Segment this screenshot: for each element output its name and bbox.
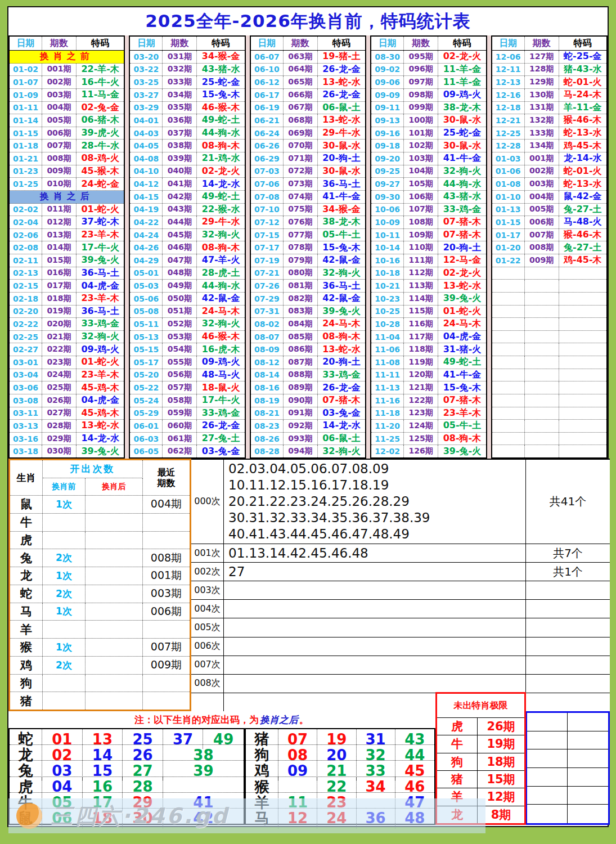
- stats-recent-period-cell: 009期: [143, 657, 190, 674]
- draw-period-cell: 003期: [42, 89, 77, 101]
- draw-period-cell: 126期: [404, 445, 438, 457]
- draw-date-cell: 03-06: [10, 381, 42, 394]
- draw-row: 05-13053期46-猴-木: [130, 331, 244, 344]
- draw-period-cell: 046期: [163, 241, 197, 254]
- draw-period-cell: 023期: [42, 356, 77, 369]
- draw-row: 05-01048期28-虎-土: [130, 267, 244, 280]
- draw-row: 08-28094期32-狗-火: [251, 445, 365, 457]
- draw-period-cell: 100期: [404, 114, 438, 127]
- draw-code-cell: 29-牛-水: [197, 216, 244, 228]
- draw-row: 04-12041期14-龙-水: [130, 178, 244, 191]
- draw-row: 06-10064期26-龙-金: [251, 64, 365, 77]
- draw-period-cell: 121期: [404, 381, 438, 394]
- draw-row: 03-13028期13-蛇-水: [10, 420, 124, 433]
- stats-header-recent-line2: 期数: [158, 478, 176, 488]
- draw-date-cell: 05-17: [130, 356, 163, 369]
- draw-column-header: 日期期数特码: [492, 37, 606, 51]
- limit-row: 猪15期: [437, 771, 524, 788]
- draw-period-cell: 102期: [404, 140, 438, 152]
- draw-period-cell: 109期: [404, 229, 438, 241]
- draw-column-5: 日期期数特码12-06127期蛇-25-金12-11128期猪-43-水12-1…: [491, 35, 608, 459]
- draw-period-cell: 075期: [284, 204, 318, 216]
- header-period-label: 期数: [42, 37, 77, 50]
- draw-period-cell: 013期: [42, 229, 77, 241]
- draw-date-cell: 06-26: [251, 140, 284, 152]
- draw-period-cell: 006期: [42, 127, 77, 140]
- draw-code-cell: 04-虎-金: [438, 331, 485, 343]
- draw-date-cell: 03-22: [130, 64, 163, 76]
- frequency-total-cell: 共41个: [525, 460, 610, 544]
- frequency-label-cell: 000次: [191, 460, 224, 544]
- draw-date-cell: 03-13: [10, 420, 42, 432]
- stats-before-count-cell: [43, 514, 86, 531]
- limit-row: 羊12期: [437, 788, 524, 806]
- limit-period-cell: 15期: [478, 771, 524, 788]
- draw-row: 03-04024期23-羊-木: [10, 369, 124, 382]
- draw-row: 04-01036期49-蛇-土: [130, 114, 244, 127]
- draw-period-cell: 031期: [163, 51, 197, 63]
- mapping-zodiac-cell: 鼠: [10, 809, 42, 828]
- draw-period-cell: 082期: [284, 293, 318, 305]
- draw-row: 05-08051期24-马-木: [130, 306, 244, 318]
- draw-row: 09-09098期09-鸡-火: [371, 89, 485, 102]
- draw-row: 06-17066期26-龙-金: [251, 89, 365, 102]
- draw-code-cell: 42-鼠-金: [318, 254, 365, 267]
- draw-date-cell: 03-29: [130, 102, 163, 114]
- draw-code-cell: 36-马-土: [77, 267, 124, 280]
- draw-row: 05-11052期32-狗-火: [130, 318, 244, 331]
- draw-code-cell: 23-羊-木: [77, 369, 124, 381]
- empty-grid-cell: [568, 749, 608, 768]
- draw-code-cell: [559, 445, 606, 457]
- draw-row: 12-11128期猪-43-水: [492, 64, 606, 77]
- draw-date-cell: 05-22: [130, 381, 163, 394]
- zodiac-number-map-right: 猪07193143狗08203244鸡09213345猴223446羊11234…: [245, 728, 435, 825]
- draw-code-cell: 22-猴-水: [197, 204, 244, 216]
- stats-after-count-cell: [86, 639, 143, 656]
- draw-row: 08-09086期13-蛇-水: [251, 343, 365, 356]
- draw-row: 10-25115期01-蛇-火: [371, 306, 485, 318]
- draw-code-cell: 15-兔-木: [438, 381, 485, 394]
- frequency-numbers-cell: 27: [224, 563, 525, 581]
- draw-date-cell: 04-05: [130, 140, 163, 152]
- draw-code-cell: 25-蛇-金: [438, 127, 485, 140]
- stats-before-count-cell: 2次: [43, 549, 86, 567]
- draw-row: 06-07063期19-猪-土: [251, 51, 365, 64]
- stats-row: 虎: [10, 532, 190, 550]
- stats-after-count-cell: [86, 657, 143, 674]
- draw-date-cell: [492, 433, 525, 445]
- draw-code-cell: 25-蛇-金: [197, 76, 244, 88]
- empty-grid-cell: [527, 787, 568, 805]
- draw-period-cell: 079期: [284, 254, 318, 267]
- frequency-numbers-cell: [224, 618, 525, 636]
- draw-date-cell: 04-29: [130, 254, 163, 267]
- frequency-total-cell: [525, 618, 610, 636]
- draw-period-cell: 094期: [284, 445, 318, 457]
- draw-period-cell: 132期: [525, 114, 559, 127]
- draw-code-cell: [559, 293, 606, 305]
- draw-date-cell: 05-03: [130, 280, 163, 292]
- draw-period-cell: 051期: [163, 306, 197, 318]
- draw-column-header: 日期期数特码: [130, 37, 244, 51]
- draw-code-cell: 32-狗-火: [197, 229, 244, 241]
- draw-period-cell: 083期: [284, 306, 318, 318]
- draw-code-cell: 14-龙-水: [77, 433, 124, 445]
- stats-header-before: 换肖前: [43, 478, 86, 495]
- draw-date-cell: 11-13: [371, 381, 404, 394]
- draw-date-cell: 01-09: [10, 89, 42, 101]
- draw-date-cell: 01-10: [492, 191, 525, 203]
- frequency-total-cell: [525, 600, 610, 618]
- empty-grid-cell: [568, 713, 608, 731]
- draw-row: 04-03037期44-狗-水: [130, 127, 244, 140]
- draw-period-cell: 038期: [163, 140, 197, 152]
- draw-row: 12-06127期蛇-25-金: [492, 51, 606, 64]
- draw-row: 10-16111期12-马-金: [371, 254, 485, 267]
- draw-code-cell: 蛇-13-水: [559, 178, 606, 190]
- limit-box-rows: 虎26期牛19期狗18期猪15期羊12期龙8期: [437, 718, 524, 823]
- draw-date-cell: 09-25: [371, 165, 404, 178]
- draw-code-cell: 猴-46-木: [559, 114, 606, 127]
- draw-date-cell: 04-01: [130, 114, 163, 127]
- draw-row: 01-09003期11-马-金: [10, 89, 124, 102]
- draw-date-cell: [492, 381, 525, 394]
- draw-period-cell: 101期: [404, 127, 438, 140]
- draw-code-cell: 兔-27-土: [559, 241, 606, 254]
